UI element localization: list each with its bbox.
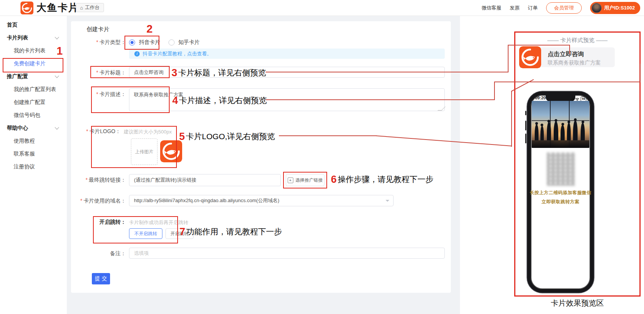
submit-button[interactable]: 提 交 [92,273,110,284]
signal-bars-icon [571,98,574,100]
preview-footer-label: 卡片效果预览区 [514,298,641,308]
radio-zhihu-label[interactable]: 知乎卡片 [178,39,200,46]
phone-mute-switch [525,111,526,115]
workbench-label: 工作台 [85,4,100,11]
domain-select[interactable]: http://alb-ry5i8ilini7aphx2fq.cn-qingdao… [129,195,394,206]
choose-promo-link-button[interactable]: + 选择推广链接 [286,174,324,186]
card-desc-textarea[interactable]: 联系商务获取推广方案 [129,88,445,111]
header-right: 微信客服 发票 订单 会员管理 用户ID:S1002 [482,0,640,16]
caret-down-icon [386,200,389,204]
phone-tip-line1: 长按上方二维码添加客服微信 [527,190,594,196]
preview-panel-title: —— 卡片样式预览 —— [514,37,641,44]
nav-wechat-service[interactable]: 微信客服 [482,5,501,11]
phone-volume-down-button [525,133,526,143]
avatar [592,3,601,13]
info-icon: i [134,51,140,57]
domain-selected-value: http://alb-ry5i8ilini7aphx2fq.cn-qingdao… [134,197,279,204]
remark-input[interactable] [129,248,445,259]
user-id-label: 用户ID:S1002 [604,5,635,11]
plus-square-icon: + [288,177,293,183]
sidebar-item-my-cards[interactable]: 我的卡片列表 [0,44,67,57]
sidebar-item-agreement[interactable]: 注册协议 [0,160,67,173]
sidebar-group-help[interactable]: 帮助中心 [0,122,67,135]
preview-card-logo [519,46,541,68]
notice-text: 抖音卡片配置教程，点击查看。 [143,50,212,57]
card-desc-label: *卡片描述： [80,91,126,98]
tutorial-notice-link[interactable]: i 抖音卡片配置教程，点击查看。 [129,49,445,59]
final-link-label: *最终跳转链接： [72,177,126,184]
jump-off-button-selected[interactable]: 不开启跳转 [129,228,162,239]
radio-douyin-selected[interactable] [129,39,135,46]
page-title: 创建卡片 [87,26,109,33]
remark-label: 备注： [102,250,126,257]
app-root: 大鱼卡片 ⌂ 工作台 微信客服 发票 订单 会员管理 用户ID:S1002 首页… [0,0,644,314]
phone-volume-up-button [525,121,526,130]
card-title-label: *卡片标题： [80,69,126,76]
sidebar: 首页 卡片列表 我的卡片列表 免费创建卡片 推广配置 我的推广配置列表 创建推广… [0,16,67,314]
preview-card-title: 点击立即咨询 [548,50,584,58]
sidebar-group-card-list[interactable]: 卡片列表 [0,31,67,44]
nav-orders[interactable]: 订单 [528,5,538,11]
uploaded-logo-thumbnail [160,140,182,162]
sidebar-item-tutorial[interactable]: 使用教程 [0,135,67,148]
member-manage-button[interactable]: 会员管理 [546,2,582,14]
fish-logo-icon [20,2,33,14]
home-icon: ⌂ [80,5,83,11]
nav-invoice[interactable]: 发票 [510,5,520,11]
blurred-qr-code [547,152,575,186]
card-type-options: 抖音卡片 知乎卡片 [129,39,200,46]
radio-zhihu[interactable] [168,39,175,46]
sidebar-item-contact[interactable]: 联系客服 [0,148,67,160]
jump-label: 开启跳转： [80,219,126,226]
preview-card-subtitle: 联系商务获取推广方案 [548,60,601,66]
phone-clock: 09:20 [535,96,546,100]
chevron-down-icon [55,35,59,39]
upload-image-button[interactable]: 上传图片 [131,138,157,165]
brand-logo: 大鱼卡片 [20,1,79,14]
jump-hint: 卡片制作成功后再开启跳转 [129,219,188,226]
domain-label: *卡片使用的域名： [65,198,126,204]
sidebar-item-create-card[interactable]: 免费创建卡片 [0,57,67,70]
wifi-icon [575,97,579,101]
sidebar-item-create-promo[interactable]: 创建推广配置 [0,96,67,109]
chevron-down-icon [55,74,59,78]
card-logo-label: *卡片LOGO： [72,128,121,135]
top-header: 大鱼卡片 ⌂ 工作台 微信客服 发票 订单 会员管理 用户ID:S1002 [0,0,644,16]
phone-tip-line2: 立即获取跳转方案 [527,199,594,205]
sidebar-item-my-promo-list[interactable]: 我的推广配置列表 [0,83,67,96]
business-people-photo [532,101,589,148]
jump-on-button[interactable]: 开启跳转 [165,228,194,239]
sidebar-group-promo-config[interactable]: 推广配置 [0,70,67,83]
brand-title: 大鱼卡片 [36,1,79,14]
radio-douyin-label[interactable]: 抖音卡片 [139,39,160,46]
logo-size-hint: 建议图片大小为500px [124,129,172,135]
workbench-button[interactable]: ⌂ 工作台 [76,3,104,12]
sidebar-item-home[interactable]: 首页 [0,19,67,31]
sidebar-item-wechat-pack[interactable]: 微信号码包 [0,109,67,122]
card-type-label: *卡片类型： [80,39,126,46]
user-id-button[interactable]: 用户ID:S1002 [590,2,640,14]
final-link-input[interactable] [129,174,281,186]
chevron-down-icon [55,125,59,129]
card-title-input[interactable] [129,67,445,78]
